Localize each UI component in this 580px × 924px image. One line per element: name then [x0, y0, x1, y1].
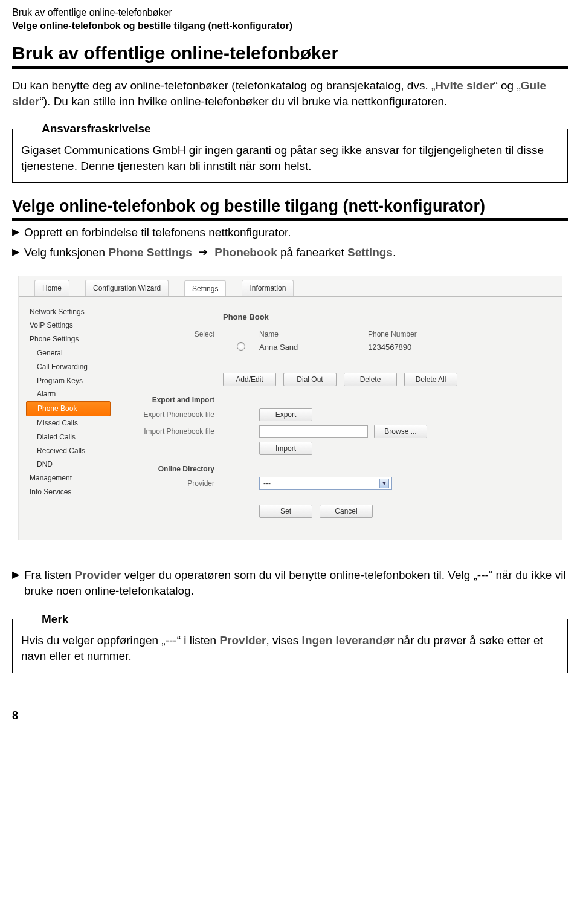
tab-wizard[interactable]: Configuration Wizard [85, 280, 169, 296]
number-column-head: Phone Number [368, 330, 417, 338]
triangle-icon: ▶ [12, 225, 19, 239]
disclaimer-legend: Ansvarsfraskrivelse [38, 121, 155, 137]
arrow-right-icon: ➔ [199, 246, 208, 258]
intro-paragraph: Du kan benytte deg av online-telefonbøke… [12, 78, 568, 109]
tab-settings[interactable]: Settings [184, 280, 226, 296]
sidebar-item-voip[interactable]: VoIP Settings [26, 318, 111, 332]
page-number: 8 [12, 709, 568, 722]
sidebar-item-missed[interactable]: Missed Calls [26, 416, 111, 430]
sidebar-item-alarm[interactable]: Alarm [26, 387, 111, 401]
sidebar-item-phone-settings[interactable]: Phone Settings [26, 332, 111, 346]
provider-select[interactable]: --- ▼ [259, 477, 392, 490]
sidebar-item-received[interactable]: Received Calls [26, 444, 111, 458]
web-configurator-screenshot: Home Configuration Wizard Settings Infor… [18, 276, 562, 540]
export-button[interactable]: Export [259, 408, 312, 421]
cell-name: Anna Sand [259, 343, 368, 352]
step-provider: ▶ Fra listen Provider velger du operatør… [12, 567, 568, 599]
chevron-down-icon: ▼ [379, 479, 389, 488]
running-header: Bruk av offentlige online-telefonbøker V… [12, 6, 568, 32]
tab-information[interactable]: Information [242, 280, 294, 296]
export-import-heading: Export and Import [117, 396, 223, 404]
phonebook-heading: Phone Book [223, 312, 269, 321]
tabbar: Home Configuration Wizard Settings Infor… [19, 276, 562, 297]
sidebar-item-infoservices[interactable]: Info Services [26, 485, 111, 499]
triangle-icon: ▶ [12, 245, 19, 259]
triangle-icon: ▶ [12, 567, 19, 582]
header-line1: Bruk av offentlige online-telefonbøker [12, 6, 568, 19]
name-column-head: Name [259, 330, 368, 338]
disclaimer-text: Gigaset Communications GmbH gir ingen ga… [21, 144, 544, 172]
add-edit-button[interactable]: Add/Edit [223, 373, 276, 386]
import-file-input[interactable] [259, 425, 368, 438]
provider-label: Provider [117, 479, 223, 488]
table-row: Anna Sand 1234567890 [117, 342, 552, 352]
sidebar-item-general[interactable]: General [26, 346, 111, 360]
note-box: Merk Hvis du velger oppføringen „---“ i … [12, 612, 568, 673]
browse-button[interactable]: Browse ... [374, 425, 427, 438]
step-1: ▶ Opprett en forbindelse til telefonens … [12, 225, 568, 241]
online-directory-heading: Online Directory [117, 465, 223, 473]
provider-value: --- [263, 479, 271, 488]
sidebar-item-phonebook[interactable]: Phone Book [26, 401, 111, 416]
set-button[interactable]: Set [259, 505, 312, 518]
sidebar-item-dialed[interactable]: Dialed Calls [26, 430, 111, 444]
header-line2: Velge online-telefonbok og bestille tilg… [12, 19, 568, 33]
disclaimer-box: Ansvarsfraskrivelse Gigaset Communicatio… [12, 121, 568, 183]
sidebar-item-network[interactable]: Network Settings [26, 305, 111, 319]
content-pane: Phone Book Select Name Phone Number Anna… [111, 297, 562, 528]
export-label: Export Phonebook file [117, 410, 223, 419]
import-button[interactable]: Import [259, 442, 312, 455]
row-select-radio[interactable] [237, 342, 245, 351]
step-2: ▶ Velg funksjonen Phone Settings ➔ Phone… [12, 245, 568, 261]
sidebar: Network Settings VoIP Settings Phone Set… [19, 297, 111, 528]
sidebar-item-dnd[interactable]: DND [26, 457, 111, 471]
dial-out-button[interactable]: Dial Out [283, 373, 337, 386]
delete-button[interactable]: Delete [344, 373, 397, 386]
sidebar-item-callfw[interactable]: Call Forwarding [26, 360, 111, 374]
page-title: Bruk av offentlige online-telefonbøker [12, 43, 568, 69]
sidebar-item-programkeys[interactable]: Program Keys [26, 374, 111, 388]
select-column-label: Select [117, 330, 223, 338]
cell-number: 1234567890 [368, 343, 411, 352]
section-subtitle: Velge online-telefonbok og bestille tilg… [12, 197, 568, 221]
cancel-button[interactable]: Cancel [320, 505, 373, 518]
tab-home[interactable]: Home [34, 280, 69, 296]
note-legend: Merk [38, 612, 72, 627]
import-label: Import Phonebook file [117, 427, 223, 436]
delete-all-button[interactable]: Delete All [404, 373, 457, 386]
sidebar-item-management[interactable]: Management [26, 471, 111, 485]
